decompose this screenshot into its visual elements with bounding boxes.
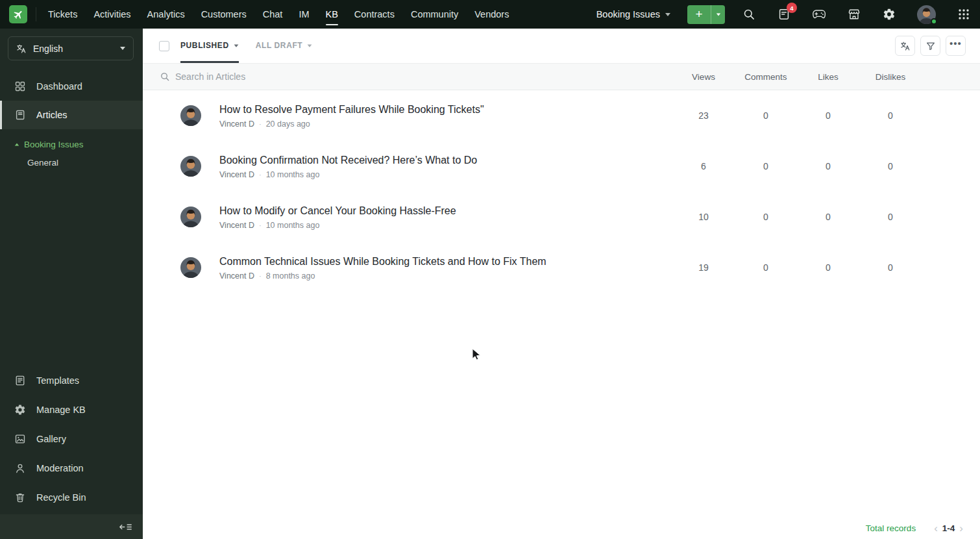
topbar-divider: [36, 7, 36, 21]
airplane-icon: [10, 6, 26, 22]
module-nav: Tickets Activities Analytics Customers C…: [48, 0, 509, 29]
chevron-right-icon[interactable]: ›: [959, 523, 963, 534]
likes-count: 0: [797, 90, 859, 141]
dot-separator: ·: [259, 171, 262, 179]
storefront-icon: [848, 8, 861, 21]
article-title[interactable]: Booking Confirmation Not Received? Here’…: [219, 153, 477, 167]
topbar-icons: 4: [742, 5, 971, 24]
column-comments[interactable]: Comments: [735, 64, 797, 90]
column-dislikes[interactable]: Dislikes: [859, 64, 922, 90]
article-row[interactable]: How to Resolve Payment Failures While Bo…: [143, 90, 980, 141]
sidebar-item-gallery[interactable]: Gallery: [0, 424, 143, 453]
nav-contracts[interactable]: Contracts: [354, 0, 395, 29]
dot-separator: ·: [259, 120, 262, 128]
sidebar-item-label: Manage KB: [36, 405, 86, 415]
nav-analytics[interactable]: Analytics: [147, 0, 185, 29]
translate-articles-button[interactable]: [895, 36, 915, 56]
column-likes[interactable]: Likes: [797, 64, 859, 90]
nav-community[interactable]: Community: [411, 0, 458, 29]
nav-im[interactable]: IM: [299, 0, 309, 29]
article-title[interactable]: Common Technical Issues While Booking Ti…: [219, 255, 546, 268]
dislikes-count: 0: [859, 192, 922, 242]
trash-icon: [14, 492, 26, 503]
app-logo[interactable]: [9, 5, 27, 23]
comments-count: 0: [735, 90, 797, 141]
sidebar-footer: [0, 514, 143, 539]
article-text: Booking Confirmation Not Received? Here’…: [219, 153, 477, 179]
nav-tickets[interactable]: Tickets: [48, 0, 77, 29]
add-split-button: +: [687, 5, 725, 24]
comments-count: 0: [735, 192, 797, 242]
language-label: English: [33, 44, 114, 54]
likes-count: 0: [797, 141, 859, 192]
apps-launcher-button[interactable]: [957, 7, 971, 21]
sidebar-item-manage-kb[interactable]: Manage KB: [0, 395, 143, 424]
total-records-link[interactable]: Total records: [866, 523, 916, 533]
comments-count: 0: [735, 242, 797, 293]
article-row[interactable]: Common Technical Issues While Booking Ti…: [143, 242, 980, 293]
user-avatar[interactable]: [917, 5, 936, 24]
department-selector[interactable]: Booking Issues: [596, 9, 670, 19]
select-all-checkbox[interactable]: [159, 41, 169, 51]
dashboard-icon: [14, 81, 26, 92]
notifications-button[interactable]: 4: [777, 7, 791, 21]
article-author: Vincent D: [219, 271, 254, 281]
online-status-dot: [931, 18, 937, 25]
collapse-sidebar-icon[interactable]: [119, 522, 132, 532]
search-icon: [742, 8, 755, 21]
nav-customers[interactable]: Customers: [201, 0, 247, 29]
sidebar-item-articles[interactable]: Articles: [0, 101, 143, 129]
article-row[interactable]: Booking Confirmation Not Received? Here’…: [143, 141, 980, 192]
add-button[interactable]: +: [687, 5, 711, 24]
article-title[interactable]: How to Modify or Cancel Your Booking Has…: [219, 204, 456, 218]
sidebar-item-dashboard[interactable]: Dashboard: [0, 72, 143, 101]
page-range: 1-4: [942, 523, 955, 533]
dot-separator: ·: [259, 221, 262, 229]
article-rows: How to Resolve Payment Failures While Bo…: [143, 90, 980, 293]
tab-label: PUBLISHED: [180, 41, 229, 50]
sidebar-nav: Dashboard Articles: [0, 72, 143, 129]
article-text: How to Modify or Cancel Your Booking Has…: [219, 204, 456, 230]
more-options-button[interactable]: •••: [946, 36, 966, 56]
column-views[interactable]: Views: [672, 64, 735, 90]
list-footer: Total records ‹ 1-4 ›: [143, 517, 980, 539]
sidebar-item-templates[interactable]: Templates: [0, 366, 143, 395]
likes-count: 0: [797, 192, 859, 242]
add-options-button[interactable]: [711, 5, 725, 24]
chevron-left-icon[interactable]: ‹: [934, 523, 938, 534]
search-input[interactable]: [175, 71, 448, 82]
search-and-columns-bar: Views Comments Likes Dislikes: [143, 63, 980, 90]
marketplace-button[interactable]: [847, 7, 861, 21]
category-label: Booking Issues: [24, 140, 84, 149]
settings-button[interactable]: [882, 7, 896, 21]
sidebar-item-label: Moderation: [36, 463, 84, 473]
nav-chat[interactable]: Chat: [263, 0, 283, 29]
tab-published[interactable]: PUBLISHED: [180, 29, 239, 63]
gamescope-button[interactable]: [812, 7, 826, 21]
filter-button[interactable]: [920, 36, 940, 56]
section-general[interactable]: General: [27, 158, 143, 168]
comments-count: 0: [735, 141, 797, 192]
sidebar-item-recycle-bin[interactable]: Recycle Bin: [0, 483, 143, 512]
category-booking-issues[interactable]: Booking Issues: [14, 140, 143, 149]
article-time: 8 months ago: [266, 271, 315, 281]
article-row[interactable]: How to Modify or Cancel Your Booking Has…: [143, 192, 980, 242]
sidebar-item-label: Templates: [36, 375, 79, 386]
dislikes-count: 0: [859, 90, 922, 141]
article-title[interactable]: How to Resolve Payment Failures While Bo…: [219, 103, 484, 116]
article-text: Common Technical Issues While Booking Ti…: [219, 255, 546, 281]
tab-all-draft[interactable]: ALL DRAFT: [256, 29, 313, 63]
sidebar-item-label: Articles: [36, 110, 67, 120]
sidebar-item-moderation[interactable]: Moderation: [0, 453, 143, 483]
nav-vendors[interactable]: Vendors: [474, 0, 509, 29]
global-search-button[interactable]: [742, 7, 756, 21]
game-controller-icon: [812, 8, 826, 21]
nav-kb[interactable]: KB: [326, 0, 338, 29]
translate-icon: [16, 44, 27, 54]
article-text: How to Resolve Payment Failures While Bo…: [219, 103, 484, 129]
nav-activities[interactable]: Activities: [93, 0, 130, 29]
list-actions: •••: [895, 36, 966, 56]
language-selector[interactable]: English: [8, 36, 134, 60]
views-count: 10: [672, 192, 735, 242]
chevron-down-icon: [234, 44, 238, 47]
